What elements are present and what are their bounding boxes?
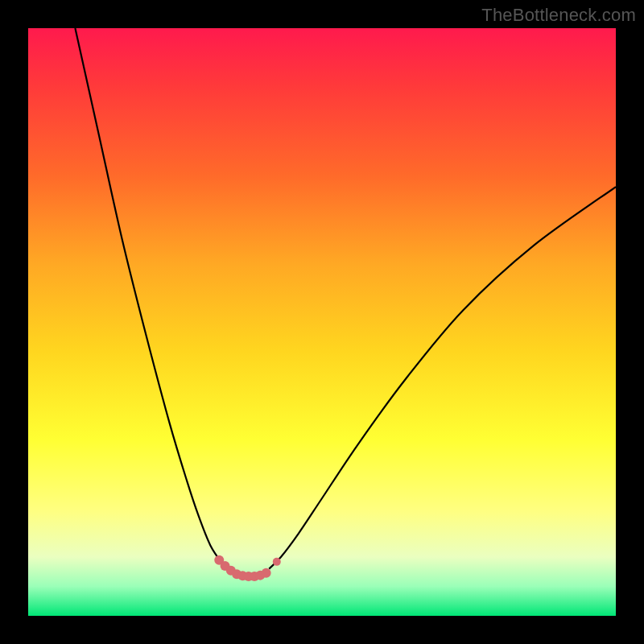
watermark-text: TheBottleneck.com xyxy=(481,5,636,26)
left-curve xyxy=(75,28,230,572)
floor-marker xyxy=(262,568,271,578)
floor-marker xyxy=(273,558,281,566)
chart-plot xyxy=(28,28,616,616)
chart-frame xyxy=(28,28,616,616)
right-curve xyxy=(269,187,616,568)
